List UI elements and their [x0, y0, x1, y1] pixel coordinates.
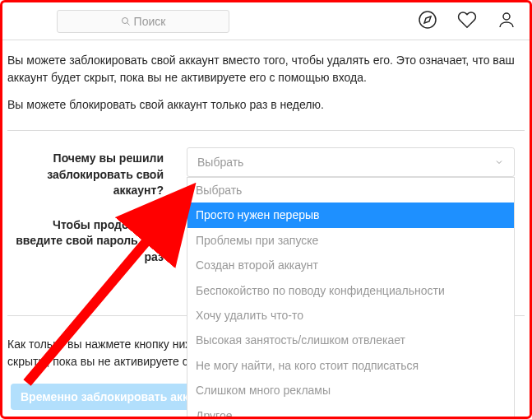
dropdown-option[interactable]: Не могу найти, на кого стоит подписаться [187, 353, 514, 378]
divider [7, 130, 525, 131]
dropdown-option[interactable]: Беспокойство по поводу конфиденциальност… [187, 278, 514, 303]
dropdown-option[interactable]: Выбрать [187, 178, 514, 203]
svg-point-4 [503, 13, 510, 20]
dropdown-option[interactable]: Другое [187, 403, 514, 419]
heart-icon[interactable] [457, 10, 477, 32]
top-bar: Поиск [2, 2, 530, 40]
info-text-2: Вы можете блокировать свой аккаунт тольк… [7, 96, 525, 114]
svg-point-0 [122, 17, 127, 23]
explore-icon[interactable] [418, 10, 437, 32]
select-value: Выбрать [197, 156, 243, 169]
dropdown-option[interactable]: Высокая занятость/слишком отвлекает [187, 328, 514, 352]
dropdown-option[interactable]: Слишком много рекламы [187, 378, 514, 403]
reason-select[interactable]: Выбрать [187, 147, 515, 177]
profile-icon[interactable] [497, 10, 516, 32]
dropdown-option[interactable]: Хочу удалить что-то [187, 303, 514, 328]
svg-line-1 [127, 22, 129, 25]
chevron-down-icon [494, 157, 504, 167]
reason-label: Почему вы решили заблокировать свой акка… [7, 147, 187, 199]
reason-dropdown: ВыбратьПросто нужен перерывПроблемы при … [187, 177, 515, 419]
svg-point-2 [419, 12, 436, 28]
content: ___________, _________. Вы можете заблок… [2, 39, 530, 419]
search-input[interactable]: Поиск [57, 10, 229, 33]
info-text-1: Вы можете заблокировать свой аккаунт вме… [7, 52, 525, 86]
dropdown-option[interactable]: Создан второй аккаунт [187, 253, 514, 277]
nav-icons [418, 10, 516, 32]
search-icon [121, 16, 131, 26]
password-label: Чтобы продолжить введите свой пароль еще… [7, 214, 187, 266]
svg-marker-3 [424, 16, 431, 23]
dropdown-option[interactable]: Проблемы при запуске [187, 228, 514, 253]
search-placeholder: Поиск [134, 15, 166, 28]
dropdown-option[interactable]: Просто нужен перерыв [187, 203, 514, 227]
